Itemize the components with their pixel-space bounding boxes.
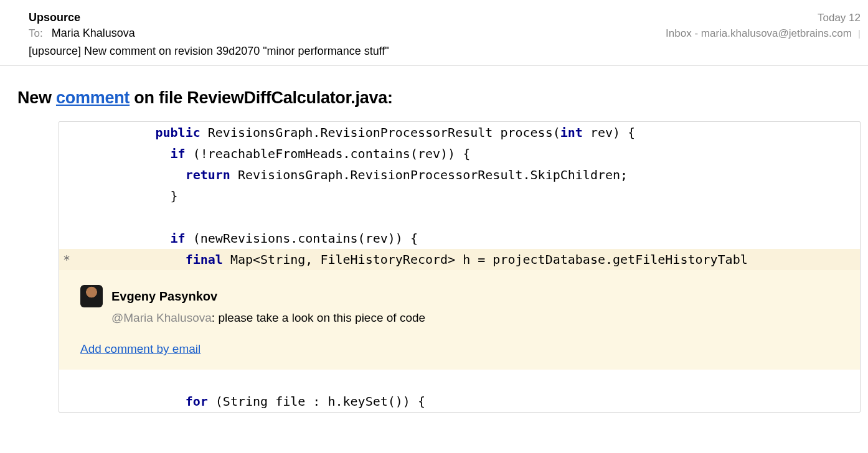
email-body: New comment on file ReviewDiffCalculator… [0, 66, 868, 420]
mention-colon: : [212, 311, 219, 324]
divider-icon: | [858, 28, 861, 39]
avatar [80, 285, 103, 307]
sender-name: Upsource [29, 11, 80, 24]
code-line: if (!reachableFromHeads.contains(rev)) { [59, 143, 860, 164]
code-line: if (newRevisions.contains(rev)) { [59, 228, 860, 249]
code-line: } [59, 185, 860, 207]
commenter-name: Evgeny Pasynkov [111, 289, 217, 304]
code-line: for (String file : h.keySet()) { [59, 391, 860, 412]
code-line: * final Map<String, FileHistoryRecord> h… [59, 249, 860, 270]
code-lines: public RevisionsGraph.RevisionProcessorR… [59, 122, 860, 270]
code-lines-after: for (String file : h.keySet()) { [59, 370, 860, 412]
heading: New comment on file ReviewDiffCalculator… [17, 88, 861, 108]
mailbox-label: Inbox - maria.khalusova@jetbrains.com [666, 27, 852, 39]
code-line [59, 207, 860, 228]
comment-block: Evgeny Pasynkov @Maria Khalusova: please… [59, 270, 860, 370]
comment-body: please take a look on this piece of code [218, 311, 425, 324]
recipient-name: Maria Khalusova [52, 27, 135, 40]
code-line: public RevisionsGraph.RevisionProcessorR… [59, 122, 860, 143]
heading-suffix: on file ReviewDiffCalculator.java: [130, 88, 393, 107]
code-snippet-box: public RevisionsGraph.RevisionProcessorR… [59, 121, 861, 413]
code-line: return RevisionsGraph.RevisionProcessorR… [59, 164, 860, 185]
gutter-marker: * [59, 249, 73, 270]
add-comment-link[interactable]: Add comment by email [80, 342, 200, 356]
email-header: Upsource Today 12 To: Maria Khalusova In… [0, 0, 868, 66]
heading-prefix: New [17, 88, 56, 107]
email-subject: [upsource] New comment on revision 39d20… [29, 45, 861, 58]
comment-link[interactable]: comment [56, 88, 130, 107]
comment-text: @Maria Khalusova: please take a look on … [111, 311, 846, 325]
email-timestamp: Today 12 [818, 12, 861, 24]
code-line [59, 370, 860, 391]
to-label: To: [29, 27, 43, 40]
mention: @Maria Khalusova [111, 311, 212, 324]
